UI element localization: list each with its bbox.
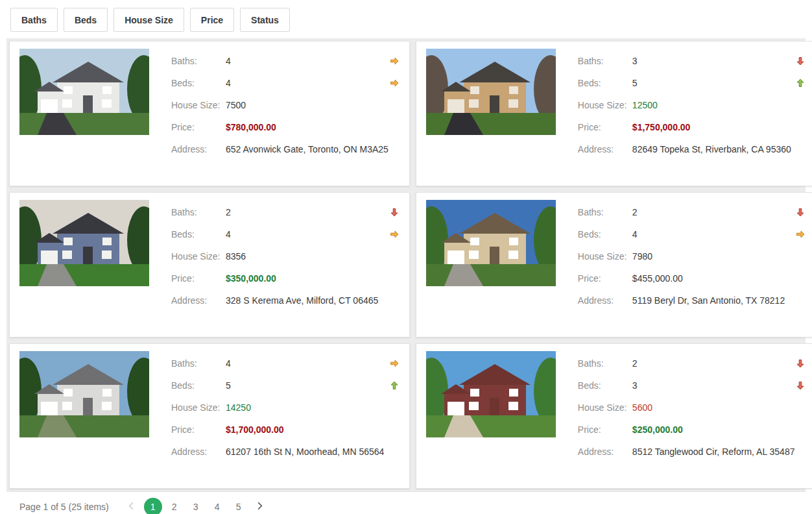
baths-value: 2 xyxy=(632,207,795,217)
house-size-row: House Size: 12500 xyxy=(578,99,806,112)
trend-down-icon xyxy=(794,380,806,391)
baths-row: Baths: 4 xyxy=(171,357,400,370)
pager-next-button[interactable] xyxy=(250,497,270,514)
house-photo xyxy=(19,351,149,437)
beds-value: 4 xyxy=(226,229,388,239)
house-size-value: 7500 xyxy=(226,100,388,110)
property-card[interactable]: Baths: 4 Beds: 4 House Size: 7500 Price:… xyxy=(9,41,410,186)
baths-value: 2 xyxy=(632,358,795,369)
page-button[interactable]: 2 xyxy=(165,498,184,514)
baths-label: Baths: xyxy=(578,56,632,66)
baths-row: Baths: 3 xyxy=(578,55,806,67)
trend-up-icon xyxy=(794,78,806,88)
page-button[interactable]: 3 xyxy=(187,498,205,514)
address-label: Address: xyxy=(171,144,226,154)
house-size-row: House Size: 8356 xyxy=(171,250,400,263)
house-photo xyxy=(19,200,149,286)
property-card[interactable]: Baths: 4 Beds: 5 House Size: 14250 Price… xyxy=(9,343,410,489)
page-button-current[interactable]: 1 xyxy=(144,498,162,514)
address-label: Address: xyxy=(578,144,632,154)
price-row: Price: $1,750,000.00 xyxy=(578,121,806,134)
baths-label: Baths: xyxy=(171,207,226,217)
price-row: Price: $455,000.00 xyxy=(578,272,806,285)
trend-same-icon xyxy=(388,229,400,239)
baths-value: 4 xyxy=(226,56,388,66)
price-value: $1,700,000.00 xyxy=(226,424,388,435)
baths-label: Baths: xyxy=(171,56,226,66)
page-button[interactable]: 4 xyxy=(208,498,226,514)
trend-down-icon xyxy=(794,358,806,369)
field-chip[interactable]: Beds xyxy=(64,8,108,32)
beds-row: Beds: 5 xyxy=(578,77,806,90)
price-row: Price: $250,000.00 xyxy=(578,423,806,436)
price-row: Price: $780,000.00 xyxy=(171,121,400,134)
trend-down-icon xyxy=(794,56,806,66)
house-size-label: House Size: xyxy=(578,251,632,262)
pager-pages: 12345 xyxy=(144,498,248,514)
property-card[interactable]: Baths: 3 Beds: 5 House Size: 12500 Price… xyxy=(416,41,812,186)
house-size-label: House Size: xyxy=(171,100,226,110)
beds-value: 5 xyxy=(226,380,388,391)
price-label: Price: xyxy=(171,122,226,132)
beds-value: 3 xyxy=(632,380,795,391)
beds-row: Beds: 5 xyxy=(171,379,400,392)
property-card[interactable]: Baths: 2 Beds: 4 House Size: 8356 Price:… xyxy=(9,192,410,337)
house-size-value: 5600 xyxy=(632,402,795,413)
house-size-label: House Size: xyxy=(578,100,632,110)
property-card[interactable]: Baths: 2 Beds: 4 House Size: 7980 Price:… xyxy=(416,192,812,337)
field-chip[interactable]: Status xyxy=(240,8,290,32)
price-row: Price: $350,000.00 xyxy=(171,272,400,285)
beds-value: 5 xyxy=(632,78,795,88)
baths-row: Baths: 2 xyxy=(578,357,806,370)
address-value: 8512 Tanglewood Cir, Reform, AL 35487 xyxy=(632,447,795,457)
pager-summary: Page 1 of 5 (25 items) xyxy=(19,502,109,512)
card-fields: Baths: 2 Beds: 4 House Size: 7980 Price:… xyxy=(578,200,806,330)
pager-prev-button[interactable] xyxy=(122,497,141,514)
baths-row: Baths: 2 xyxy=(578,206,806,219)
beds-label: Beds: xyxy=(578,380,632,391)
address-value: 5119 Beryl Dr, San Antonio, TX 78212 xyxy=(632,295,795,306)
trend-down-icon xyxy=(794,207,806,217)
pager: Page 1 of 5 (25 items) 12345 xyxy=(6,491,806,514)
baths-row: Baths: 4 xyxy=(171,55,400,67)
beds-label: Beds: xyxy=(171,229,226,239)
trend-same-icon xyxy=(794,229,806,239)
trend-same-icon xyxy=(388,358,400,369)
price-value: $1,750,000.00 xyxy=(632,122,795,132)
beds-label: Beds: xyxy=(578,229,632,239)
address-row: Address: 82649 Topeka St, Riverbank, CA … xyxy=(578,143,806,156)
address-label: Address: xyxy=(171,447,226,457)
field-chip[interactable]: Baths xyxy=(10,8,58,32)
beds-label: Beds: xyxy=(171,380,226,391)
card-fields: Baths: 2 Beds: 3 House Size: 5600 Price:… xyxy=(578,351,806,481)
beds-row: Beds: 4 xyxy=(171,77,400,90)
address-label: Address: xyxy=(171,295,226,306)
field-chip[interactable]: House Size xyxy=(113,8,184,32)
beds-label: Beds: xyxy=(171,78,226,88)
cards-container: Baths: 4 Beds: 4 House Size: 7500 Price:… xyxy=(6,38,806,491)
trend-same-icon xyxy=(388,78,400,88)
address-value: 652 Avonwick Gate, Toronto, ON M3A25 xyxy=(226,144,388,154)
baths-row: Baths: 2 xyxy=(171,206,400,219)
house-size-value: 7980 xyxy=(632,251,795,262)
price-label: Price: xyxy=(578,424,632,435)
house-size-row: House Size: 14250 xyxy=(171,401,400,414)
card-fields: Baths: 2 Beds: 4 House Size: 8356 Price:… xyxy=(171,200,400,330)
address-row: Address: 61207 16th St N, Moorhead, MN 5… xyxy=(171,445,400,458)
address-value: 82649 Topeka St, Riverbank, CA 95360 xyxy=(632,144,795,154)
house-photo xyxy=(426,351,556,437)
price-value: $250,000.00 xyxy=(632,424,795,435)
beds-label: Beds: xyxy=(578,78,632,88)
beds-row: Beds: 3 xyxy=(578,379,806,392)
page-button[interactable]: 5 xyxy=(230,498,248,514)
house-size-row: House Size: 7500 xyxy=(171,99,400,112)
address-value: 328 S Kerema Ave, Milford, CT 06465 xyxy=(226,295,388,306)
trend-up-icon xyxy=(388,380,400,391)
house-photo xyxy=(19,49,149,135)
house-size-row: House Size: 7980 xyxy=(578,250,806,263)
property-card[interactable]: Baths: 2 Beds: 3 House Size: 5600 Price:… xyxy=(416,343,812,489)
address-row: Address: 5119 Beryl Dr, San Antonio, TX … xyxy=(578,294,806,307)
field-chip[interactable]: Price xyxy=(190,8,234,32)
house-size-label: House Size: xyxy=(578,402,632,413)
baths-value: 4 xyxy=(226,358,388,369)
